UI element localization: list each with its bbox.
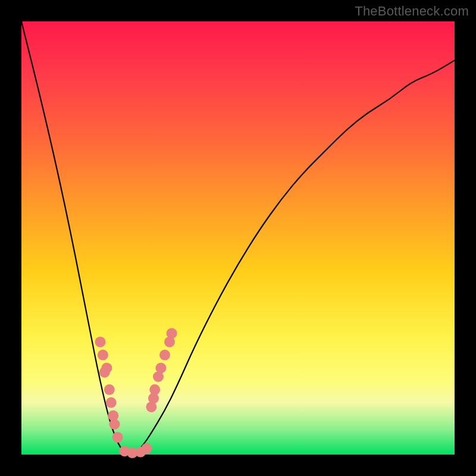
data-point (112, 432, 123, 443)
data-point (155, 362, 166, 373)
data-point (95, 337, 106, 347)
data-point (167, 328, 177, 339)
data-point (159, 350, 170, 361)
chart-overlay (21, 21, 455, 455)
data-point (99, 367, 110, 378)
data-point (149, 384, 160, 395)
bottleneck-curve (21, 21, 455, 455)
chart-frame: TheBottleneck.com (0, 0, 476, 476)
plot-area (21, 21, 455, 455)
data-points (95, 328, 177, 458)
data-point (141, 443, 152, 454)
data-point (106, 397, 117, 408)
data-point (109, 419, 120, 430)
data-point (104, 384, 115, 395)
data-point (98, 350, 108, 361)
watermark-text: TheBottleneck.com (355, 4, 469, 19)
